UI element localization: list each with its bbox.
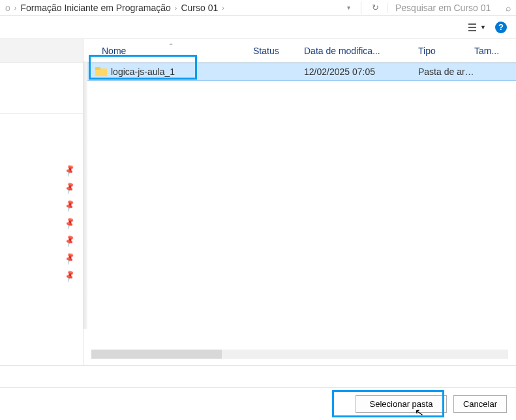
pin-icon: 📌 [63, 181, 76, 195]
pin-icon: 📌 [63, 199, 76, 213]
scroll-groove [83, 61, 87, 329]
chevron-right-icon: › [14, 4, 17, 12]
breadcrumb[interactable]: o › Formação Iniciante em Programação › … [5, 3, 347, 13]
search-icon: ⌕ [506, 3, 511, 13]
column-header-name[interactable]: Nome ⌃ [83, 46, 253, 56]
file-row[interactable]: logica-js-aula_1 12/02/2025 07:05 Pasta … [83, 63, 516, 81]
chevron-right-icon: › [222, 4, 224, 12]
column-header-date[interactable]: Data de modifica... [304, 46, 418, 56]
file-row-date: 12/02/2025 07:05 [304, 67, 418, 77]
file-row-name: logica-js-aula_1 [111, 67, 175, 77]
sort-caret-icon: ⌃ [168, 42, 174, 50]
pin-icon: 📌 [63, 252, 76, 265]
nav-separator [0, 113, 83, 114]
breadcrumb-item-1[interactable]: Formação Iniciante em Programação [20, 3, 170, 13]
dropdown-caret-icon[interactable]: ▾ [347, 4, 350, 11]
search-input[interactable]: Pesquisar em Curso 01 ⌕ [387, 3, 511, 13]
pin-icon: 📌 [63, 234, 76, 248]
column-header-type[interactable]: Tipo [418, 46, 474, 56]
file-row-type: Pasta de arqui... [418, 67, 474, 77]
column-header-name-label: Nome [102, 46, 126, 56]
horizontal-scrollbar[interactable] [91, 350, 508, 359]
pin-icon: 📌 [63, 164, 76, 177]
folder-icon [95, 67, 107, 76]
column-header-status[interactable]: Status [253, 46, 304, 56]
chevron-down-icon: ▼ [480, 24, 486, 31]
nav-selected-item[interactable] [0, 39, 83, 63]
quick-access-pins: 📌 📌 📌 📌 📌 📌 📌 [65, 166, 75, 281]
refresh-icon[interactable]: ↻ [372, 3, 379, 12]
search-placeholder: Pesquisar em Curso 01 [395, 3, 491, 13]
column-headers[interactable]: Nome ⌃ Status Data de modifica... Tipo T… [83, 39, 516, 63]
breadcrumb-item-2[interactable]: Curso 01 [181, 3, 218, 13]
view-options-button[interactable]: ▼ [468, 23, 486, 32]
chevron-right-icon: › [175, 4, 177, 12]
footer-gap [0, 365, 516, 387]
file-list-pane[interactable]: Nome ⌃ Status Data de modifica... Tipo T… [83, 39, 516, 365]
breadcrumb-partial: o [5, 3, 10, 13]
pin-icon: 📌 [63, 217, 76, 230]
help-button[interactable]: ? [495, 22, 507, 33]
pin-icon: 📌 [63, 269, 76, 283]
navigation-pane[interactable]: 📌 📌 📌 📌 📌 📌 📌 [0, 39, 83, 365]
list-icon [468, 23, 478, 32]
column-header-size[interactable]: Tam... [474, 46, 516, 56]
separator [361, 1, 361, 14]
cancel-button[interactable]: Cancelar [453, 395, 507, 413]
select-folder-button[interactable]: Selecionar pasta [356, 395, 447, 413]
